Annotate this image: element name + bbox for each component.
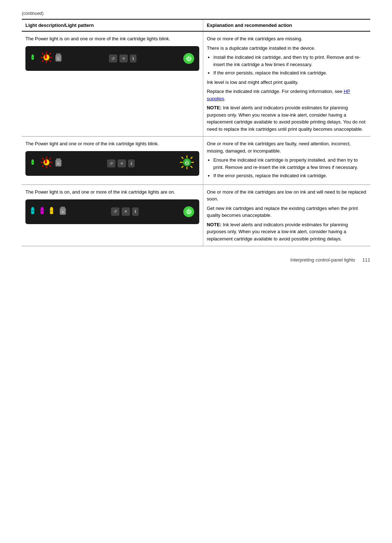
row3-note: NOTE: Ink level alerts and indicators pr… xyxy=(207,221,367,243)
table-row: The Power light is on, and one or more o… xyxy=(22,185,370,246)
svg-rect-13 xyxy=(45,54,46,56)
list-item: If the error persists, replace the indic… xyxy=(213,172,367,179)
power-button-icon: ⏻ xyxy=(183,53,194,64)
panel-center-buttons-2: ↺ ✕ ℹ xyxy=(107,159,135,168)
svg-line-25 xyxy=(42,158,44,159)
row1-right: One or more of the ink cartridges are mi… xyxy=(203,31,370,137)
power-blink-icon: ⏻ xyxy=(180,155,194,172)
row3-description: The Power light is on, and one or more o… xyxy=(25,189,199,196)
row3-exp1: One or more of the ink cartridges are lo… xyxy=(207,189,367,203)
row2-right: One or more of the ink cartridges are fa… xyxy=(203,137,370,185)
svg-line-27 xyxy=(49,158,51,159)
row1-bullet-list: Install the indicated ink cartridge, and… xyxy=(213,54,367,77)
row1-exp4: Replace the indicated ink cartridge. For… xyxy=(207,88,367,102)
cancel-button-icon-3: ✕ xyxy=(122,207,130,216)
svg-line-7 xyxy=(42,53,44,54)
svg-text:K: K xyxy=(57,57,60,60)
cartridge-magenta-icon xyxy=(40,206,48,218)
panel-center-buttons: ↺ ✕ ℹ xyxy=(109,54,136,63)
footer-text: Interpreting control-panel lights xyxy=(290,257,355,263)
svg-text:K: K xyxy=(62,210,64,214)
svg-line-42 xyxy=(191,157,192,159)
cartridge-k-icon-3: K xyxy=(59,206,67,218)
info-button-icon-2: ℹ xyxy=(128,159,135,168)
svg-point-20 xyxy=(32,162,33,163)
resume-button-icon: ↺ xyxy=(109,54,117,63)
resume-button-icon-3: ↺ xyxy=(111,207,119,216)
svg-point-14 xyxy=(45,57,46,57)
row1-exp1: One or more of the ink cartridges are mi… xyxy=(207,35,367,42)
resume-button-icon-2: ↺ xyxy=(107,159,115,168)
list-item: If the error persists, replace the indic… xyxy=(213,69,367,77)
svg-text:⏻: ⏻ xyxy=(185,160,189,165)
svg-rect-50 xyxy=(41,207,43,208)
svg-rect-56 xyxy=(61,207,65,209)
svg-point-32 xyxy=(45,162,46,162)
table-row: The Power light is on and one or more of… xyxy=(22,31,370,137)
header-col1: Light description/Light pattern xyxy=(22,19,203,31)
page-number: 111 xyxy=(362,257,370,263)
svg-line-43 xyxy=(181,166,183,168)
row3-right: One or more of the ink cartridges are lo… xyxy=(203,185,370,246)
row2-description: The Power light and one or more of the i… xyxy=(25,140,199,147)
row2-left: The Power light and one or more of the i… xyxy=(22,137,203,185)
svg-rect-53 xyxy=(50,207,53,208)
row3-left: The Power light is on, and one or more o… xyxy=(22,185,203,246)
row1-note: NOTE: Ink level alerts and indicators pr… xyxy=(207,104,367,133)
svg-point-54 xyxy=(51,210,52,212)
cartridge-icon-gray: K xyxy=(54,52,62,65)
svg-line-40 xyxy=(181,157,183,159)
svg-rect-1 xyxy=(32,54,33,56)
panel-left-icons-3: K xyxy=(30,206,67,218)
hp-supplies-link[interactable]: HP supplies xyxy=(207,89,350,101)
svg-text:K: K xyxy=(57,162,60,165)
svg-rect-47 xyxy=(32,207,34,208)
row2-exp1: One or more of the ink cartridges are fa… xyxy=(207,140,367,154)
cartridge-blink-icon xyxy=(40,51,53,66)
svg-point-48 xyxy=(32,210,33,212)
cartridge-k-icon: K xyxy=(54,157,62,170)
row1-exp3: Ink level is low and might affect print … xyxy=(207,79,367,86)
info-button-icon: ℹ xyxy=(130,54,136,63)
row2-panel-image: K ↺ ✕ ℹ xyxy=(25,151,199,176)
svg-line-41 xyxy=(191,166,192,168)
row1-left: The Power light is on and one or more of… xyxy=(22,31,203,137)
cancel-button-icon: ✕ xyxy=(119,54,128,63)
row1-description: The Power light is on and one or more of… xyxy=(25,35,199,42)
svg-line-8 xyxy=(49,60,51,62)
cancel-button-icon-2: ✕ xyxy=(118,159,126,168)
info-button-icon-3: ℹ xyxy=(132,207,139,216)
row3-exp2: Get new ink cartridges and replace the e… xyxy=(207,205,367,219)
row3-panel-image: K ↺ ✕ ℹ xyxy=(25,199,199,224)
list-item: Ensure the indicated ink cartridge is pr… xyxy=(213,157,367,171)
panel-left-icons: K xyxy=(30,51,62,66)
cartridge-small-icon-2 xyxy=(30,158,38,169)
cartridge-yellow-icon xyxy=(49,206,57,218)
svg-rect-16 xyxy=(56,53,61,56)
continued-label: (continued) xyxy=(22,11,370,16)
svg-point-51 xyxy=(41,210,43,212)
row2-bullet-list: Ensure the indicated ink cartridge is pr… xyxy=(213,157,367,179)
cartridge-cyan-icon xyxy=(30,206,38,218)
main-table: Light description/Light pattern Explanat… xyxy=(22,19,370,246)
cartridge-blink-icon-2 xyxy=(40,156,53,171)
svg-line-10 xyxy=(42,60,44,62)
cartridge-small-icon xyxy=(30,53,38,64)
footer: Interpreting control-panel lights 111 xyxy=(22,257,370,263)
row1-exp2: There is a duplicate cartridge installed… xyxy=(207,45,367,52)
svg-rect-34 xyxy=(56,158,61,161)
svg-rect-19 xyxy=(32,159,33,161)
svg-point-2 xyxy=(32,57,33,58)
table-row: The Power light and one or more of the i… xyxy=(22,137,370,185)
panel-left-icons-2: K xyxy=(30,156,62,171)
svg-line-26 xyxy=(49,165,51,167)
svg-line-28 xyxy=(42,165,44,167)
list-item: Install the indicated ink cartridge, and… xyxy=(213,54,367,68)
row1-panel-image: K ↺ ✕ ℹ xyxy=(25,46,199,71)
panel-center-buttons-3: ↺ ✕ ℹ xyxy=(111,207,139,216)
svg-line-9 xyxy=(49,53,51,54)
header-col2: Explanation and recommended action xyxy=(203,19,370,31)
power-button-icon-3: ⏻ xyxy=(183,206,194,217)
svg-rect-31 xyxy=(45,159,46,161)
